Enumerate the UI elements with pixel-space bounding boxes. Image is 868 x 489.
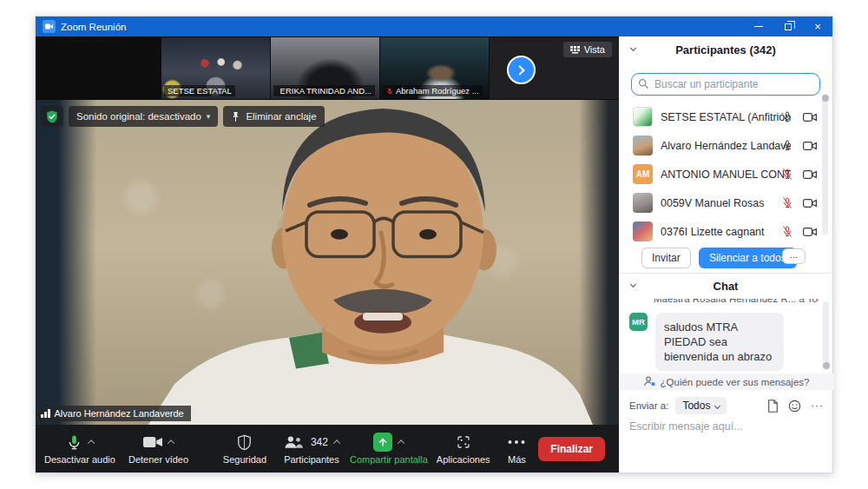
speaker-name-tag: Alvaro Hernández Landaverde xyxy=(36,406,191,421)
apps-label: Aplicaciones xyxy=(437,454,490,465)
participant-name: 0376I Lizette cagnant xyxy=(661,226,765,238)
chat-header: Chat xyxy=(619,280,832,293)
avatar: AM xyxy=(633,164,653,184)
privacy-label: ¿Quién puede ver sus mensajes? xyxy=(661,377,810,387)
participant-name: SETSE ESTATAL (Anfitrión, yo) xyxy=(661,111,791,123)
participant-name: 0059V Manuel Rosas xyxy=(661,197,765,209)
remove-pin-button[interactable]: Eliminar anclaje xyxy=(223,106,324,127)
share-screen-button[interactable]: Compartir pantalla xyxy=(346,425,431,472)
security-shield-badge[interactable] xyxy=(41,106,63,127)
speaker-illustration xyxy=(36,100,619,425)
share-screen-icon xyxy=(373,433,392,452)
muted-mic-icon xyxy=(386,87,393,96)
participants-scrollbar[interactable] xyxy=(822,94,828,235)
avatar xyxy=(633,135,653,155)
participant-row-antonio[interactable]: AM ANTONIO MANUEL CONTRER... xyxy=(619,160,825,188)
mic-muted-icon xyxy=(782,196,792,209)
participants-button[interactable]: 342 Participantes xyxy=(277,425,346,472)
strip-spacer xyxy=(36,36,161,100)
participants-title: Participantes (342) xyxy=(675,43,776,56)
chat-message: MR saludos MTRA PIEDAD sea bienvenida un… xyxy=(629,313,784,371)
mute-audio-label: Desactivar audio xyxy=(44,454,115,465)
close-button[interactable]: × xyxy=(803,17,832,36)
title-bar: Zoom Reunión × xyxy=(36,17,832,36)
security-shield-icon xyxy=(237,434,252,451)
original-sound-label: Sonido original: desactivado xyxy=(76,111,201,122)
share-screen-label: Compartir pantalla xyxy=(350,454,428,465)
audio-level-icon xyxy=(41,409,50,418)
thumbnail-name: Abraham Rodríguez ... xyxy=(396,86,479,96)
participants-more-button[interactable]: ... xyxy=(782,248,806,264)
more-dots-icon xyxy=(508,439,525,445)
share-options-caret[interactable] xyxy=(398,439,404,446)
stop-video-label: Detener vídeo xyxy=(128,454,188,465)
invite-button[interactable]: Invitar xyxy=(641,248,691,268)
chevron-down-icon xyxy=(714,402,720,408)
video-on-icon xyxy=(803,198,817,208)
participant-row-lizette[interactable]: 0376I Lizette cagnant xyxy=(619,217,825,246)
video-thumbnail-erika[interactable]: ERIKA TRINIDAD AND... xyxy=(271,37,379,99)
thumbnail-name: SETSE ESTATAL xyxy=(168,86,232,96)
zoom-app-icon xyxy=(43,20,56,33)
mute-audio-button[interactable]: Desactivar audio xyxy=(37,425,122,472)
video-on-icon xyxy=(803,169,817,180)
restore-button[interactable] xyxy=(773,17,803,36)
more-button[interactable]: Más xyxy=(496,425,539,472)
attach-file-button[interactable] xyxy=(767,400,779,413)
participants-caret[interactable] xyxy=(333,439,340,446)
participants-label: Participantes xyxy=(284,454,339,465)
chat-scrollbar[interactable] xyxy=(823,301,829,369)
participant-name: ANTONIO MANUEL CONTRER... xyxy=(661,169,791,181)
view-button[interactable]: Vista xyxy=(563,42,612,57)
send-to-label: Enviar a: xyxy=(629,400,668,411)
original-sound-dropdown[interactable]: Sonido original: desactivado ▾ xyxy=(69,106,218,127)
privacy-note[interactable]: ¿Quién puede ver sus mensajes? xyxy=(619,373,834,390)
stop-video-button[interactable]: Detener vídeo xyxy=(122,425,194,472)
pin-icon xyxy=(231,111,240,122)
window-title: Zoom Reunión xyxy=(61,22,126,32)
apps-button[interactable]: Aplicaciones xyxy=(431,425,496,472)
participant-row-manuel[interactable]: 0059V Manuel Rosas xyxy=(619,188,825,217)
mic-muted-icon xyxy=(782,168,792,181)
security-button[interactable]: Seguridad xyxy=(213,425,277,472)
send-to-dropdown[interactable]: Todos xyxy=(675,397,727,414)
video-thumbnail-setse[interactable]: SETSE ESTATAL xyxy=(161,37,270,99)
mic-on-icon xyxy=(782,110,792,123)
chat-more-button[interactable]: ··· xyxy=(811,400,824,412)
avatar xyxy=(633,221,653,241)
participant-search xyxy=(631,73,820,96)
microphone-icon xyxy=(66,433,82,452)
video-on-icon xyxy=(803,112,817,122)
participants-header: Participantes (342) xyxy=(619,43,832,56)
participant-row-alvaro[interactable]: Alvaro Hernández Landaverde xyxy=(619,131,825,160)
video-film-strip: SETSE ESTATAL ERIKA TRINIDAD AND... Abra… xyxy=(36,36,619,100)
scrollbar-thumb[interactable] xyxy=(822,95,829,102)
video-thumbnail-abraham[interactable]: Abraham Rodríguez ... xyxy=(380,37,489,99)
meeting-toolbar: Desactivar audio Detener vídeo xyxy=(36,425,619,472)
collapse-chat-icon[interactable] xyxy=(630,281,636,287)
minimize-button[interactable] xyxy=(744,17,773,36)
end-meeting-button[interactable]: Finalizar xyxy=(538,437,605,461)
avatar: MR xyxy=(629,313,648,331)
participant-row-setse[interactable]: SETSE ESTATAL (Anfitrión, yo) xyxy=(619,102,825,131)
close-icon: × xyxy=(814,21,821,32)
mic-on-icon xyxy=(782,139,792,152)
restore-icon xyxy=(785,23,792,30)
participants-count: 342 xyxy=(311,436,328,448)
participant-list: SETSE ESTATAL (Anfitrión, yo) Alvaro Her… xyxy=(619,102,825,246)
emoji-button[interactable] xyxy=(788,400,801,413)
privacy-person-icon xyxy=(644,376,656,387)
participant-name: Alvaro Hernández Landaverde xyxy=(661,140,791,152)
remove-pin-label: Eliminar anclaje xyxy=(246,111,316,122)
audio-options-caret[interactable] xyxy=(88,439,95,446)
side-panel: Participantes (342) SETSE ESTATAL (Anfit… xyxy=(619,36,832,472)
chat-compose-input[interactable] xyxy=(629,420,820,433)
mic-muted-icon xyxy=(782,225,792,238)
video-on-icon xyxy=(803,141,817,151)
next-videos-button[interactable] xyxy=(507,56,536,84)
scrollbar-thumb[interactable] xyxy=(823,362,830,369)
zoom-meeting-window: Zoom Reunión × SETSE ESTATAL xyxy=(35,16,833,473)
video-options-caret[interactable] xyxy=(168,439,174,446)
search-input[interactable] xyxy=(631,73,820,96)
collapse-participants-icon[interactable] xyxy=(630,45,636,51)
